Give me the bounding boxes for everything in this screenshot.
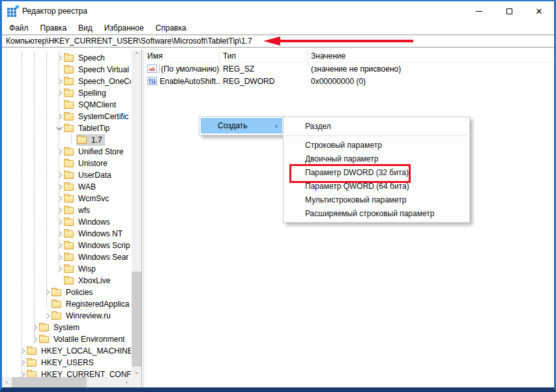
values-header-row: Имя Тип Значение [144,49,554,63]
scroll-up-icon[interactable]: ⌃ [132,49,141,60]
value-row[interactable]: 011110EnableAutoShift...REG_DWORD0x00000… [144,75,554,87]
chevron-right-icon[interactable] [55,56,64,60]
submenu-item-param-6[interactable]: Расширяемый строковый параметр [285,206,468,220]
chevron-right-icon[interactable] [18,349,27,353]
minimize-icon [476,11,482,12]
chevron-right-icon[interactable] [18,361,27,365]
chevron-right-icon[interactable] [30,337,39,341]
menu-избранное[interactable]: Избранное [98,22,150,34]
folder-icon [64,125,74,132]
tree-item-label: wfs [77,205,91,216]
chevron-right-icon[interactable] [55,115,64,119]
tree-horizontal-scrollbar[interactable]: ‹ › [2,377,132,387]
menu-bar: ФайлПравкаВидИзбранноеСправка [2,21,554,35]
tree-item-label: Speech [77,53,106,63]
chevron-down-icon[interactable] [55,127,64,130]
registry-editor-app-icon [7,6,18,17]
scroll-left-icon[interactable]: ‹ [2,377,12,387]
chevron-right-icon[interactable] [55,173,64,177]
column-header-value[interactable]: Значение [308,49,554,62]
folder-icon [64,277,74,285]
chevron-right-icon[interactable] [55,208,64,212]
tree-item-label: Speech_OneCo [77,76,131,87]
chevron-right-icon[interactable] [42,314,51,318]
annotation-red-arrow [263,36,413,46]
tree-item-label: HKEY_USERS [40,357,95,368]
close-button[interactable]: ✕ [524,1,554,21]
value-name: EnableAutoShift... [160,77,220,86]
column-header-name[interactable]: Имя [144,49,220,62]
tree-item-label: System [52,322,81,333]
menu-вид[interactable]: Вид [72,22,98,34]
dword-value-icon: 011110 [147,77,157,85]
tree-guide-line [34,52,35,343]
submenu-item-param-5[interactable]: Мультистроковый параметр [285,193,468,206]
tree-item-label: Volatile Environment [52,334,126,344]
horizontal-scroll-thumb[interactable] [12,377,87,387]
chevron-right-icon[interactable] [55,91,64,95]
tree-item-label: RegisteredApplica [65,299,130,309]
column-header-type[interactable]: Тип [220,49,308,62]
tree-vertical-scrollbar[interactable]: ⌃ ⌄ [132,49,141,377]
chevron-right-icon[interactable] [55,185,64,189]
chevron-right-icon[interactable] [30,326,39,329]
menu-файл[interactable]: Файл [3,22,35,34]
chevron-right-icon[interactable] [55,255,64,259]
registry-editor-window: Редактор реестра ✕ ФайлПравкаВидИзбранно… [0,0,556,392]
chevron-right-icon[interactable] [55,197,64,201]
folder-icon [51,313,61,320]
registry-tree: SpeechSpeech VirtualSpeech_OneCoSpelling… [2,52,131,377]
folder-icon [77,137,87,144]
maximize-button[interactable] [494,1,524,21]
tree-item-label: Windows Scrip [77,240,131,251]
value-name: (По умолчанию) [160,64,220,74]
submenu-item-param-2[interactable]: Двоичный параметр [285,152,468,165]
address-bar-path: Компьютер\HKEY_CURRENT_USER\Software\Mic… [6,36,252,46]
scroll-down-icon[interactable]: ⌄ [132,367,141,377]
folder-icon [64,55,74,62]
chevron-right-icon[interactable] [18,372,27,376]
folder-icon [51,301,61,308]
string-value-icon: ab [147,64,157,73]
close-icon: ✕ [536,7,543,16]
tree-item-label: HKEY_CURRENT_CONFIG [40,369,131,377]
tree-item-label: Speech Virtual [77,64,130,75]
folder-icon [64,113,74,120]
vertical-scroll-thumb[interactable] [132,272,141,368]
value-data: 0x00000000 (0) [308,77,554,86]
menu-справка[interactable]: Справка [150,22,192,34]
tree-item-label: Unified Store [77,147,124,157]
minimize-button[interactable] [464,1,494,21]
chevron-right-icon[interactable] [55,220,64,224]
tree-item-label: SystemCertific [77,111,130,122]
maximize-icon [506,8,512,14]
tree-item-label: TabletTip [77,123,111,133]
tree-item-label: Policies [65,287,94,298]
main-area: SpeechSpeech VirtualSpeech_OneCoSpelling… [2,49,554,387]
tree-item-label: XboxLive [77,275,111,286]
context-menu-item-create[interactable]: Создать › [201,118,282,133]
tree-item-label: Windows [77,217,111,227]
folder-icon [64,172,74,179]
annotation-red-box [289,164,411,183]
menu-правка[interactable]: Правка [35,22,73,34]
chevron-right-icon[interactable] [55,232,64,236]
selected-tree-item: 1.7 [76,134,105,146]
tree-item-label: Spelling [77,88,108,98]
chevron-right-icon[interactable] [42,290,51,294]
chevron-right-icon[interactable] [55,150,64,154]
submenu-item-razdel[interactable]: Раздел [285,119,468,133]
submenu-item-param-1[interactable]: Строковый параметр [285,138,468,152]
scroll-right-icon[interactable]: › [122,377,132,387]
chevron-right-icon[interactable] [55,79,64,83]
tree-item-label: Windows Sear [77,252,130,262]
chevron-right-icon[interactable] [55,267,64,271]
value-row[interactable]: ab(По умолчанию)REG_SZ(значение не присв… [144,63,554,75]
tree-item-label: 1.7 [90,135,104,145]
tree-item-label: Windows NT [77,229,124,239]
folder-icon [64,242,74,249]
folder-icon [64,78,74,85]
folder-icon [64,195,74,203]
folder-icon [64,231,74,238]
chevron-right-icon[interactable] [55,244,64,247]
